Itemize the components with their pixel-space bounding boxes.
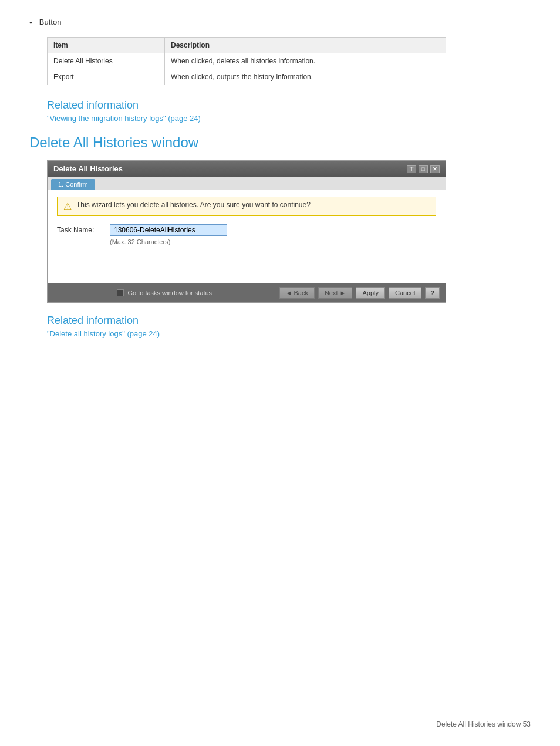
next-button[interactable]: Next ► [318, 287, 353, 299]
dialog-footer: Go to tasks window for status ◄ Back Nex… [48, 283, 446, 302]
confirm-tab[interactable]: 1. Confirm [51, 179, 95, 190]
table-cell-description: When clicked, deletes all histories info… [165, 53, 446, 69]
col-item-header: Item [48, 38, 165, 53]
bullet-section: ● Button [29, 18, 531, 26]
goto-tasks-checkbox[interactable] [117, 289, 124, 296]
bullet-dot-icon: ● [29, 20, 32, 25]
table-row: Export When clicked, outputs the history… [48, 69, 446, 85]
task-name-row: Task Name: [57, 224, 436, 236]
table-cell-item: Export [48, 69, 165, 85]
button-table: Item Description Delete All Histories Wh… [47, 37, 446, 85]
dialog-tabs: 1. Confirm [48, 177, 446, 190]
cancel-button[interactable]: Cancel [389, 287, 421, 299]
table-cell-description: When clicked, outputs the history inform… [165, 69, 446, 85]
related-info-2-link[interactable]: "Delete all history logs" (page 24) [47, 329, 160, 338]
related-info-2: Related information "Delete all history … [47, 315, 531, 338]
related-info-1-link[interactable]: "Viewing the migration history logs" (pa… [47, 114, 201, 123]
close-button[interactable]: ✕ [430, 165, 440, 173]
minimize-button[interactable]: □ [419, 165, 428, 173]
col-description-header: Description [165, 38, 446, 53]
dialog-titlebar: Delete All Histories ⊤ □ ✕ [48, 161, 446, 177]
warning-icon: ⚠ [63, 201, 72, 212]
related-info-1-title: Related information [47, 99, 531, 112]
footer-left: Go to tasks window for status [53, 289, 276, 296]
dialog-window: Delete All Histories ⊤ □ ✕ 1. Confirm ⚠ … [47, 160, 446, 303]
table-row: Delete All Histories When clicked, delet… [48, 53, 446, 69]
section-heading: Delete All Histories window [29, 134, 531, 151]
related-info-2-title: Related information [47, 315, 531, 327]
warning-text: This wizard lets you delete all historie… [76, 201, 311, 209]
page-footer: Delete All Histories window 53 [436, 720, 531, 728]
warning-row: ⚠ This wizard lets you delete all histor… [57, 197, 436, 216]
apply-button[interactable]: Apply [356, 287, 385, 299]
task-name-label: Task Name: [57, 224, 110, 234]
help-button[interactable]: ? [425, 287, 440, 299]
task-name-input[interactable] [110, 224, 227, 236]
goto-tasks-label: Go to tasks window for status [127, 289, 212, 296]
bullet-label: Button [39, 18, 62, 26]
bullet-item: ● Button [29, 18, 531, 26]
dialog-content: ⚠ This wizard lets you delete all histor… [48, 190, 446, 283]
dialog-titlebar-controls: ⊤ □ ✕ [407, 165, 440, 173]
related-info-1: Related information "Viewing the migrati… [47, 99, 531, 123]
back-button[interactable]: ◄ Back [279, 287, 315, 299]
pin-button[interactable]: ⊤ [407, 165, 416, 173]
dialog-title: Delete All Histories [53, 164, 123, 173]
task-name-hint: (Max. 32 Characters) [110, 238, 436, 245]
table-cell-item: Delete All Histories [48, 53, 165, 69]
